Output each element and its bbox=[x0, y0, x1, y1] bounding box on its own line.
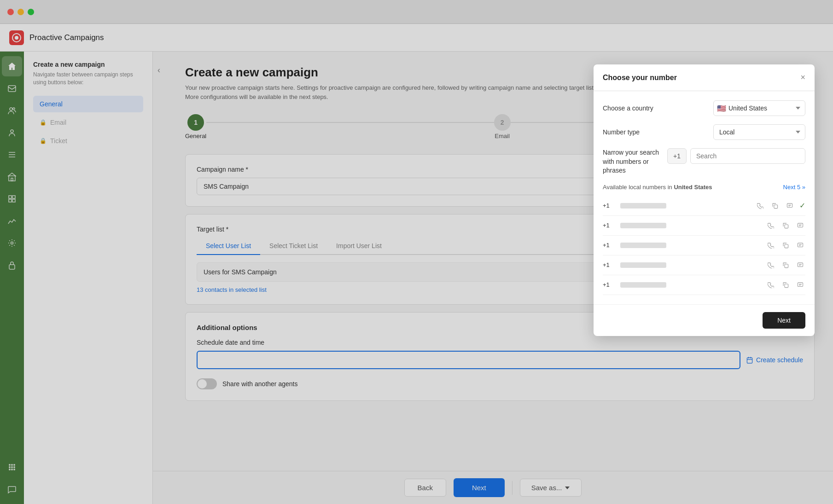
number-prefix-1: +1 bbox=[603, 202, 614, 209]
number-row-5[interactable]: +1 bbox=[603, 275, 805, 295]
phone-icon-3 bbox=[766, 240, 776, 250]
search-prefix: +1 bbox=[667, 148, 687, 164]
country-row: Choose a country United States 🇺🇸 bbox=[603, 100, 805, 116]
number-blurred-2 bbox=[620, 223, 666, 228]
svg-rect-31 bbox=[798, 263, 803, 266]
phone-icon-1 bbox=[755, 201, 765, 211]
number-prefix-3: +1 bbox=[603, 242, 614, 249]
sms-icon-4 bbox=[795, 260, 805, 270]
sms-icon-1 bbox=[785, 201, 795, 211]
svg-rect-33 bbox=[798, 283, 803, 286]
modal-close-button[interactable]: × bbox=[800, 73, 805, 82]
copy-icon-1 bbox=[770, 201, 780, 211]
modal-header: Choose your number × bbox=[594, 64, 815, 91]
modal-body: Choose a country United States 🇺🇸 Number… bbox=[594, 91, 815, 304]
available-header: Available local numbers in United States… bbox=[603, 184, 805, 191]
number-row-1: +1 ✓ bbox=[603, 196, 805, 216]
svg-rect-28 bbox=[785, 244, 788, 248]
search-phrase-row: Narrow your search with numbers or phras… bbox=[603, 148, 805, 175]
sms-icon-5 bbox=[795, 280, 805, 290]
available-country: United States bbox=[674, 184, 712, 191]
next-5-link[interactable]: Next 5 » bbox=[783, 184, 805, 191]
modal-title: Choose your number bbox=[603, 74, 677, 82]
selected-check-1: ✓ bbox=[799, 201, 805, 210]
number-type-label: Number type bbox=[603, 128, 640, 136]
number-prefix-5: +1 bbox=[603, 281, 614, 288]
svg-rect-26 bbox=[785, 225, 788, 228]
svg-rect-24 bbox=[774, 205, 778, 209]
svg-rect-25 bbox=[787, 203, 792, 207]
number-blurred-3 bbox=[620, 243, 666, 248]
copy-icon-4 bbox=[781, 260, 791, 270]
phone-icon-4 bbox=[766, 260, 776, 270]
country-select[interactable]: United States bbox=[713, 100, 805, 116]
number-prefix-2: +1 bbox=[603, 222, 614, 229]
country-label: Choose a country bbox=[603, 104, 653, 112]
phone-icon-2 bbox=[766, 220, 776, 231]
svg-rect-29 bbox=[798, 243, 803, 247]
copy-icon-5 bbox=[781, 280, 791, 290]
svg-rect-30 bbox=[785, 264, 788, 268]
number-blurred-4 bbox=[620, 262, 666, 268]
number-blurred-1 bbox=[620, 203, 666, 209]
next-button-modal[interactable]: Next bbox=[763, 312, 805, 329]
phone-icon-5 bbox=[766, 280, 776, 290]
modal-footer: Next bbox=[594, 304, 815, 336]
number-type-row: Number type Local bbox=[603, 124, 805, 140]
number-row-3[interactable]: +1 bbox=[603, 236, 805, 255]
choose-number-modal: Choose your number × Choose a country Un… bbox=[594, 64, 815, 336]
copy-icon-2 bbox=[781, 220, 791, 231]
svg-rect-32 bbox=[785, 284, 788, 288]
svg-rect-27 bbox=[798, 223, 803, 227]
search-phrase-label: Narrow your search with numbers or phras… bbox=[603, 148, 667, 175]
number-row-2[interactable]: +1 bbox=[603, 216, 805, 236]
number-row-4[interactable]: +1 bbox=[603, 255, 805, 275]
number-type-select[interactable]: Local bbox=[713, 124, 805, 140]
sms-icon-2 bbox=[795, 220, 805, 231]
number-prefix-4: +1 bbox=[603, 261, 614, 268]
available-label: Available local numbers in United States bbox=[603, 184, 712, 191]
sms-icon-3 bbox=[795, 240, 805, 250]
number-blurred-5 bbox=[620, 282, 666, 288]
copy-icon-3 bbox=[781, 240, 791, 250]
number-search-input[interactable] bbox=[690, 148, 805, 164]
